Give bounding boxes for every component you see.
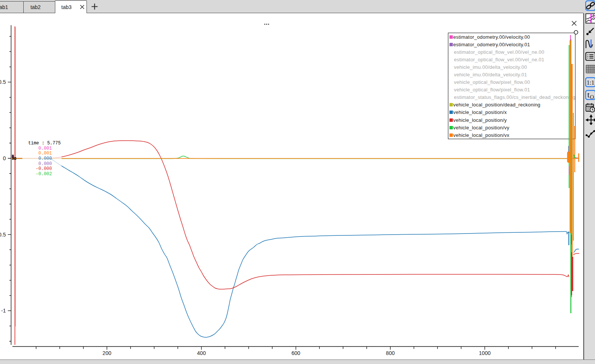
- svg-text:400: 400: [197, 350, 206, 356]
- svg-text:0.000: 0.000: [38, 161, 52, 167]
- svg-text:600: 600: [291, 350, 301, 356]
- svg-text:800: 800: [386, 350, 395, 356]
- svg-text:-0.002: -0.002: [36, 171, 52, 177]
- svg-text:0.5: 0.5: [0, 79, 6, 85]
- svg-text:-0.000: -0.000: [36, 166, 52, 171]
- svg-text:0: 0: [3, 155, 6, 161]
- svg-text:-0.5: -0.5: [0, 232, 6, 238]
- svg-text:-1: -1: [1, 308, 6, 314]
- svg-text:0.001: 0.001: [38, 146, 52, 151]
- svg-text:0.001: 0.001: [38, 151, 52, 156]
- svg-text:200: 200: [103, 350, 112, 356]
- svg-text:0.000: 0.000: [38, 156, 52, 161]
- svg-text:1000: 1000: [479, 350, 490, 356]
- svg-text:time : 5.775: time : 5.775: [28, 141, 61, 146]
